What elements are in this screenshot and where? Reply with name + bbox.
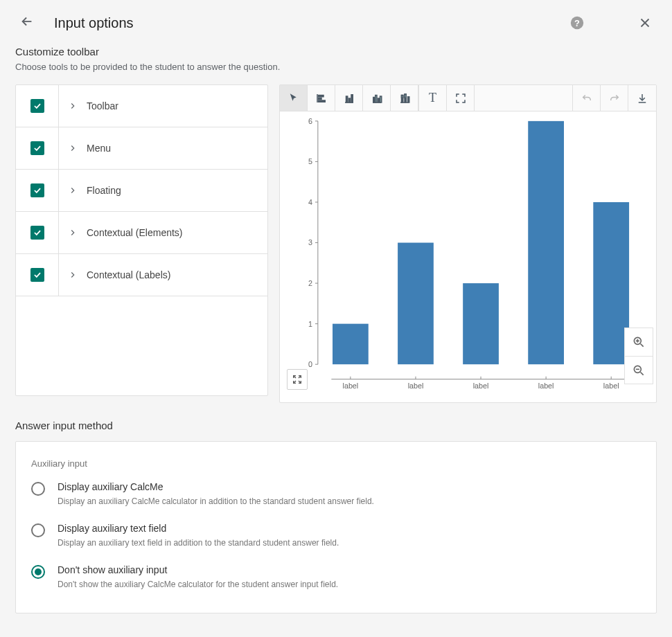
toolbar-option-label: Menu — [87, 143, 111, 154]
svg-text:6: 6 — [308, 117, 312, 125]
toolbar-option-checkbox[interactable] — [30, 141, 44, 155]
zoom-in-button[interactable] — [625, 328, 653, 356]
svg-rect-13 — [401, 95, 403, 98]
radio-label: Don't show auxiliary input — [58, 564, 338, 575]
customize-subheading: Choose tools to be provided to the stude… — [15, 62, 657, 72]
answer-method-panel: Auxiliary input Display auxiliary CalcMe… — [15, 441, 657, 613]
download-icon[interactable] — [628, 85, 656, 111]
pointer-tool-icon[interactable] — [280, 85, 308, 111]
chevron-right-icon[interactable] — [59, 143, 87, 153]
bar-chart-type-4-icon[interactable] — [391, 85, 418, 111]
bar-chart-type-3-icon[interactable] — [363, 85, 391, 111]
toolbar-option-row: Menu — [16, 127, 267, 170]
radio-button[interactable] — [31, 565, 45, 579]
toolbar-option-row: Floating — [16, 170, 267, 212]
radio-button[interactable] — [31, 523, 45, 537]
expand-tool-icon[interactable] — [447, 85, 475, 111]
svg-text:label: label — [603, 382, 619, 390]
svg-text:3: 3 — [308, 238, 312, 246]
bar-chart-type-2-icon[interactable] — [335, 85, 363, 111]
bar-chart[interactable]: 0123456labellabellabellabellabel — [285, 117, 651, 394]
svg-rect-33 — [398, 243, 434, 365]
radio-description: Don't show the auxiliary CalcMe calculat… — [58, 580, 338, 589]
page-title: Input options — [54, 15, 134, 31]
svg-rect-3 — [318, 98, 321, 99]
svg-rect-10 — [378, 98, 379, 102]
svg-rect-4 — [318, 100, 325, 102]
svg-rect-6 — [348, 98, 350, 102]
svg-text:?: ? — [574, 18, 580, 28]
chevron-right-icon[interactable] — [59, 101, 87, 111]
svg-rect-11 — [380, 96, 381, 102]
customize-heading: Customize toolbar — [15, 46, 657, 57]
undo-icon[interactable] — [573, 85, 601, 111]
back-button[interactable] — [19, 14, 35, 32]
svg-rect-35 — [528, 121, 564, 364]
toolbar-option-checkbox[interactable] — [30, 99, 44, 113]
svg-text:2: 2 — [308, 279, 312, 287]
toolbar-option-row: Toolbar — [16, 85, 267, 127]
svg-text:1: 1 — [308, 320, 312, 328]
toolbar-option-label: Floating — [87, 185, 121, 196]
svg-rect-9 — [375, 95, 376, 102]
toolbar-options-list: Toolbar Menu Floating Contextual (Elem — [15, 84, 268, 396]
chevron-right-icon[interactable] — [59, 228, 87, 237]
auxiliary-input-option: Don't show auxiliary input Don't show th… — [31, 564, 641, 589]
toolbar-option-label: Toolbar — [87, 100, 118, 111]
svg-rect-2 — [318, 95, 324, 96]
chart-editor-panel: T 0123456labellabellabellabellabel — [279, 84, 657, 403]
redo-icon[interactable] — [601, 85, 628, 111]
radio-description: Display an auxiliary text field in addit… — [58, 538, 339, 548]
svg-text:label: label — [473, 382, 489, 390]
svg-rect-8 — [373, 97, 374, 102]
fullscreen-button[interactable] — [287, 369, 308, 390]
auxiliary-input-option: Display auxiliary text field Display an … — [31, 523, 641, 548]
svg-text:5: 5 — [308, 157, 312, 165]
svg-rect-34 — [463, 283, 499, 364]
svg-text:0: 0 — [308, 360, 312, 368]
radio-button[interactable] — [31, 482, 45, 496]
svg-rect-16 — [407, 96, 409, 102]
svg-text:4: 4 — [308, 198, 312, 206]
text-tool-icon[interactable]: T — [419, 85, 447, 111]
svg-text:label: label — [343, 382, 359, 390]
toolbar-option-checkbox[interactable] — [30, 268, 44, 282]
toolbar-option-label: Contextual (Labels) — [87, 269, 170, 280]
auxiliary-input-option: Display auxiliary CalcMe Display an auxi… — [31, 481, 641, 506]
svg-rect-15 — [405, 94, 406, 98]
radio-label: Display auxiliary CalcMe — [58, 481, 374, 492]
close-icon[interactable] — [637, 15, 653, 30]
toolbar-option-row: Contextual (Labels) — [16, 254, 267, 296]
toolbar-option-row: Contextual (Elements) — [16, 212, 267, 254]
svg-rect-5 — [346, 96, 347, 102]
help-icon[interactable]: ? — [569, 15, 585, 30]
chevron-right-icon[interactable] — [59, 186, 87, 195]
zoom-out-button[interactable] — [625, 356, 653, 384]
svg-text:label: label — [538, 382, 554, 390]
radio-description: Display an auxiliary CalcMe calculator i… — [58, 496, 374, 506]
svg-rect-7 — [351, 94, 353, 102]
radio-label: Display auxiliary text field — [58, 523, 339, 534]
bar-chart-type-1-icon[interactable] — [308, 85, 335, 111]
toolbar-option-checkbox[interactable] — [30, 226, 44, 240]
chevron-right-icon[interactable] — [59, 270, 87, 280]
toolbar-option-label: Contextual (Elements) — [87, 227, 183, 238]
toolbar-option-checkbox[interactable] — [30, 183, 44, 197]
answer-method-heading: Answer input method — [15, 420, 657, 431]
svg-rect-32 — [333, 324, 369, 365]
svg-text:label: label — [408, 382, 424, 390]
auxiliary-input-heading: Auxiliary input — [31, 458, 641, 469]
